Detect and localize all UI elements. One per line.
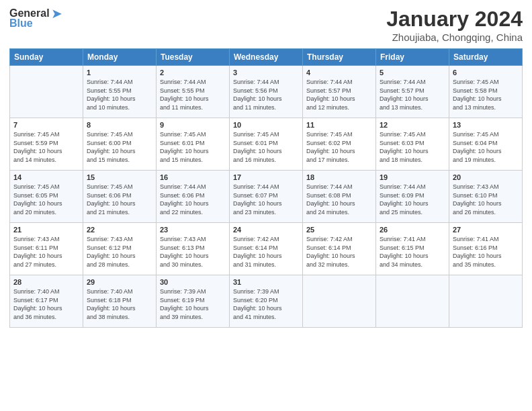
day-info: Sunrise: 7:43 AM Sunset: 6:11 PM Dayligh… <box>13 235 79 269</box>
day-info: Sunrise: 7:44 AM Sunset: 6:09 PM Dayligh… <box>380 183 445 216</box>
calendar-cell: 4Sunrise: 7:44 AM Sunset: 5:57 PM Daylig… <box>303 66 376 118</box>
calendar-cell: 22Sunrise: 7:43 AM Sunset: 6:12 PM Dayli… <box>83 223 157 275</box>
calendar-cell: 2Sunrise: 7:44 AM Sunset: 5:55 PM Daylig… <box>157 66 230 118</box>
calendar-cell: 11Sunrise: 7:45 AM Sunset: 6:02 PM Dayli… <box>303 118 376 171</box>
calendar-cell: 16Sunrise: 7:44 AM Sunset: 6:06 PM Dayli… <box>157 171 230 223</box>
subtitle: Zhoujiaba, Chongqing, China <box>386 32 523 43</box>
calendar-cell: 24Sunrise: 7:42 AM Sunset: 6:14 PM Dayli… <box>230 223 303 275</box>
logo-blue-text: Blue <box>9 17 33 30</box>
day-number: 8 <box>87 121 152 129</box>
day-info: Sunrise: 7:41 AM Sunset: 6:16 PM Dayligh… <box>453 235 519 269</box>
day-info: Sunrise: 7:45 AM Sunset: 5:58 PM Dayligh… <box>453 78 519 111</box>
calendar-cell: 15Sunrise: 7:45 AM Sunset: 6:06 PM Dayli… <box>83 171 157 223</box>
day-number: 16 <box>160 173 226 181</box>
weekday-header-sunday: Sunday <box>10 49 83 66</box>
day-info: Sunrise: 7:45 AM Sunset: 6:03 PM Dayligh… <box>380 130 445 164</box>
weekday-header-wednesday: Wednesday <box>230 49 303 66</box>
day-info: Sunrise: 7:42 AM Sunset: 6:14 PM Dayligh… <box>306 235 372 269</box>
day-number: 5 <box>380 68 445 77</box>
day-number: 21 <box>13 226 79 234</box>
day-info: Sunrise: 7:44 AM Sunset: 5:55 PM Dayligh… <box>160 78 226 111</box>
day-number: 27 <box>453 226 519 234</box>
day-info: Sunrise: 7:44 AM Sunset: 5:55 PM Dayligh… <box>87 78 152 111</box>
calendar-cell: 17Sunrise: 7:44 AM Sunset: 6:07 PM Dayli… <box>230 171 303 223</box>
day-number: 15 <box>87 173 152 181</box>
day-info: Sunrise: 7:45 AM Sunset: 6:06 PM Dayligh… <box>87 183 152 216</box>
day-info: Sunrise: 7:44 AM Sunset: 5:57 PM Dayligh… <box>306 78 372 111</box>
day-number: 26 <box>380 226 445 234</box>
day-info: Sunrise: 7:45 AM Sunset: 6:05 PM Dayligh… <box>13 183 79 216</box>
week-row-2: 14Sunrise: 7:45 AM Sunset: 6:05 PM Dayli… <box>10 171 523 223</box>
calendar-cell: 10Sunrise: 7:45 AM Sunset: 6:01 PM Dayli… <box>230 118 303 171</box>
day-number: 4 <box>306 68 372 77</box>
day-info: Sunrise: 7:44 AM Sunset: 6:07 PM Dayligh… <box>233 183 299 216</box>
calendar-cell: 14Sunrise: 7:45 AM Sunset: 6:05 PM Dayli… <box>10 171 83 223</box>
weekday-header-row: SundayMondayTuesdayWednesdayThursdayFrid… <box>10 49 523 66</box>
calendar-cell: 23Sunrise: 7:43 AM Sunset: 6:13 PM Dayli… <box>157 223 230 275</box>
week-row-3: 21Sunrise: 7:43 AM Sunset: 6:11 PM Dayli… <box>10 223 523 275</box>
day-info: Sunrise: 7:42 AM Sunset: 6:14 PM Dayligh… <box>233 235 299 269</box>
day-number: 2 <box>160 68 226 77</box>
logo-bird-icon: ➤ <box>51 7 62 20</box>
day-number: 11 <box>306 121 372 129</box>
day-number: 19 <box>380 173 445 181</box>
calendar-cell <box>449 275 523 328</box>
day-info: Sunrise: 7:39 AM Sunset: 6:19 PM Dayligh… <box>160 287 226 321</box>
day-info: Sunrise: 7:45 AM Sunset: 6:04 PM Dayligh… <box>453 130 519 164</box>
calendar-cell: 26Sunrise: 7:41 AM Sunset: 6:15 PM Dayli… <box>376 223 449 275</box>
day-number: 23 <box>160 226 226 234</box>
day-number: 7 <box>13 121 79 129</box>
day-info: Sunrise: 7:44 AM Sunset: 5:57 PM Dayligh… <box>380 78 445 111</box>
calendar-table: SundayMondayTuesdayWednesdayThursdayFrid… <box>9 48 523 328</box>
calendar-cell: 20Sunrise: 7:43 AM Sunset: 6:10 PM Dayli… <box>449 171 523 223</box>
day-number: 6 <box>453 68 519 77</box>
calendar-cell: 27Sunrise: 7:41 AM Sunset: 6:16 PM Dayli… <box>449 223 523 275</box>
day-info: Sunrise: 7:45 AM Sunset: 6:02 PM Dayligh… <box>306 130 372 164</box>
day-number: 29 <box>87 278 152 286</box>
calendar-cell: 13Sunrise: 7:45 AM Sunset: 6:04 PM Dayli… <box>449 118 523 171</box>
calendar-cell: 25Sunrise: 7:42 AM Sunset: 6:14 PM Dayli… <box>303 223 376 275</box>
calendar-cell <box>10 66 83 118</box>
day-number: 22 <box>87 226 152 234</box>
week-row-4: 28Sunrise: 7:40 AM Sunset: 6:17 PM Dayli… <box>10 275 523 328</box>
day-info: Sunrise: 7:44 AM Sunset: 6:08 PM Dayligh… <box>306 183 372 216</box>
weekday-header-tuesday: Tuesday <box>157 49 230 66</box>
month-title: January 2024 <box>386 7 523 32</box>
calendar-cell <box>376 275 449 328</box>
day-info: Sunrise: 7:44 AM Sunset: 5:56 PM Dayligh… <box>233 78 299 111</box>
day-number: 31 <box>233 278 299 286</box>
calendar-cell: 9Sunrise: 7:45 AM Sunset: 6:01 PM Daylig… <box>157 118 230 171</box>
day-info: Sunrise: 7:44 AM Sunset: 6:06 PM Dayligh… <box>160 183 226 216</box>
day-number: 1 <box>87 68 152 77</box>
weekday-header-friday: Friday <box>376 49 449 66</box>
calendar-cell: 28Sunrise: 7:40 AM Sunset: 6:17 PM Dayli… <box>10 275 83 328</box>
day-info: Sunrise: 7:45 AM Sunset: 5:59 PM Dayligh… <box>13 130 79 164</box>
calendar-cell: 19Sunrise: 7:44 AM Sunset: 6:09 PM Dayli… <box>376 171 449 223</box>
calendar-cell: 31Sunrise: 7:39 AM Sunset: 6:20 PM Dayli… <box>230 275 303 328</box>
weekday-header-thursday: Thursday <box>303 49 376 66</box>
logo: General ➤ Blue <box>9 7 62 30</box>
day-number: 14 <box>13 173 79 181</box>
day-info: Sunrise: 7:43 AM Sunset: 6:10 PM Dayligh… <box>453 183 519 216</box>
day-number: 3 <box>233 68 299 77</box>
calendar-cell: 12Sunrise: 7:45 AM Sunset: 6:03 PM Dayli… <box>376 118 449 171</box>
page: General ➤ Blue January 2024 Zhoujiaba, C… <box>0 0 532 411</box>
calendar-cell: 5Sunrise: 7:44 AM Sunset: 5:57 PM Daylig… <box>376 66 449 118</box>
day-number: 17 <box>233 173 299 181</box>
calendar-cell: 29Sunrise: 7:40 AM Sunset: 6:18 PM Dayli… <box>83 275 157 328</box>
day-number: 12 <box>380 121 445 129</box>
day-number: 24 <box>233 226 299 234</box>
calendar-cell: 6Sunrise: 7:45 AM Sunset: 5:58 PM Daylig… <box>449 66 523 118</box>
day-number: 10 <box>233 121 299 129</box>
calendar-cell: 7Sunrise: 7:45 AM Sunset: 5:59 PM Daylig… <box>10 118 83 171</box>
day-number: 18 <box>306 173 372 181</box>
calendar-cell: 18Sunrise: 7:44 AM Sunset: 6:08 PM Dayli… <box>303 171 376 223</box>
day-info: Sunrise: 7:45 AM Sunset: 6:01 PM Dayligh… <box>233 130 299 164</box>
day-info: Sunrise: 7:45 AM Sunset: 6:00 PM Dayligh… <box>87 130 152 164</box>
header: General ➤ Blue January 2024 Zhoujiaba, C… <box>9 7 523 43</box>
week-row-0: 1Sunrise: 7:44 AM Sunset: 5:55 PM Daylig… <box>10 66 523 118</box>
day-number: 28 <box>13 278 79 286</box>
weekday-header-monday: Monday <box>83 49 157 66</box>
calendar-cell <box>303 275 376 328</box>
day-info: Sunrise: 7:39 AM Sunset: 6:20 PM Dayligh… <box>233 287 299 321</box>
